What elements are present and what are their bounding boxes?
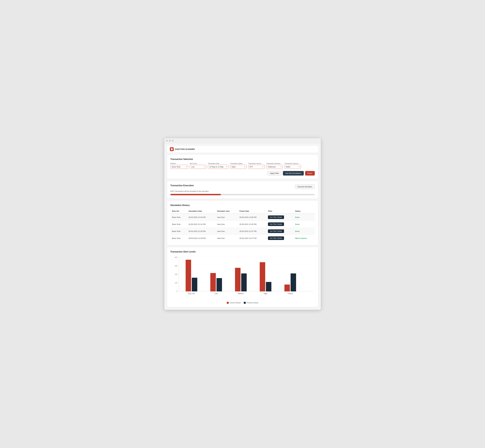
- cell-filter: Get Filter Details: [266, 228, 293, 235]
- ruleset-select[interactable]: Basic Rule Advanced Rule: [170, 165, 188, 169]
- transaction-direction-group: Transaction Direction Outbound Inbound: [266, 163, 283, 169]
- bar-critical-previous: [291, 273, 296, 291]
- transaction-channel-select-wrapper[interactable]: Mobil Online: [284, 165, 301, 169]
- main-content: SANCTION SCANNER Transaction Selection R…: [164, 143, 321, 310]
- get-filter-details-button[interactable]: Get Filter Details: [268, 229, 284, 233]
- legend-previous: Previous Result: [244, 302, 258, 304]
- ruleset-group: RuleSet Basic Rule Advanced Rule: [170, 163, 188, 169]
- transaction-source-select-wrapper[interactable]: EFT Wire: [248, 165, 265, 169]
- svg-text:Very Low: Very Low: [188, 293, 195, 295]
- transaction-direction-select[interactable]: Outbound Inbound: [266, 165, 283, 169]
- cell-rule-set: Basic Rule: [170, 228, 187, 235]
- get-filter-details-button[interactable]: Get Filter Details: [268, 222, 284, 226]
- legend-previous-dot: [244, 302, 246, 304]
- legend-current-dot: [227, 302, 229, 304]
- transaction-status-label: Transaction Status: [230, 163, 247, 164]
- transaction-source-group: Transaction Source EFT Wire: [248, 163, 265, 169]
- get-old-simulations-button[interactable]: Get Old Simulations: [283, 171, 304, 176]
- transaction-selection-card: Transaction Selection RuleSet Basic Rule…: [167, 155, 318, 179]
- ruleset-select-wrapper[interactable]: Basic Rule Advanced Rule: [170, 165, 188, 169]
- app-name: SANCTION SCANNER: [175, 148, 195, 150]
- table-row: Basic Rule 26.05.2023 12:36 PM Jane Doe …: [170, 228, 315, 235]
- cell-simulator-user: Jane Doe: [215, 214, 238, 221]
- transaction-status-select[interactable]: Open Closed: [230, 165, 247, 169]
- chart-title: Transaction Alert Levels: [170, 250, 315, 253]
- alert-level-group: Alert Level Low Medium High: [190, 163, 206, 169]
- progress-bar-fill: [170, 194, 221, 195]
- svg-text:High: High: [264, 293, 267, 295]
- filter-row: RuleSet Basic Rule Advanced Rule Alert L…: [170, 163, 315, 169]
- bar-critical-current: [284, 285, 290, 291]
- transaction-status-select-wrapper[interactable]: Open Closed: [230, 165, 247, 169]
- logo: SANCTION SCANNER: [170, 147, 195, 151]
- chart-card: Transaction Alert Levels 0 100 200 300: [167, 247, 318, 307]
- bar-medium-current: [235, 268, 241, 291]
- transaction-channel-group: Transaction Channel Mobil Online: [284, 163, 301, 169]
- bar-high-previous: [266, 282, 271, 291]
- col-simulator-user: Simulator User: [215, 209, 238, 214]
- transaction-date-label: Transaction Date: [208, 163, 228, 164]
- get-filter-details-button[interactable]: Get Filter Details: [268, 216, 284, 219]
- cell-simulator-user: Jane Doe: [215, 235, 238, 242]
- alert-level-select[interactable]: Low Medium High: [190, 165, 206, 169]
- table-header: Rule Set Simulation Date Simulator User …: [170, 209, 315, 214]
- main-window: SANCTION SCANNER Transaction Selection R…: [164, 138, 321, 310]
- cell-finish-date: 26.05.2023 12:37 PM: [238, 228, 266, 235]
- alert-level-select-wrapper[interactable]: Low Medium High: [190, 165, 206, 169]
- minimize-btn[interactable]: [169, 140, 171, 142]
- transaction-direction-label: Transaction Direction: [266, 163, 283, 164]
- cell-finish-date: 26.05.2023 12:37 PM: [238, 235, 266, 242]
- transaction-date-group: Transaction Date 14 May to 21 May: [208, 163, 228, 169]
- transaction-source-label: Transaction Source: [248, 163, 265, 164]
- legend-current-label: Currens Result: [230, 302, 241, 304]
- cell-finish-date: 26.05.2023 12:45 PM: [238, 221, 266, 228]
- table-row: Basic Rule 26.05.2023 12:53 PM Jane Doe …: [170, 214, 315, 221]
- svg-text:Critical: Critical: [288, 293, 293, 295]
- titlebar: [164, 138, 321, 143]
- svg-text:Medium: Medium: [238, 293, 244, 295]
- cell-filter: Get Filter Details: [266, 235, 293, 242]
- maximize-btn[interactable]: [172, 140, 174, 142]
- cell-status: Done: [293, 228, 315, 235]
- alert-level-label: Alert Level: [190, 163, 206, 164]
- cell-rule-set: Basic Rule: [170, 214, 187, 221]
- cell-status: Wait In Queue: [293, 235, 315, 242]
- svg-text:Low: Low: [214, 293, 218, 295]
- cell-simulator-user: Jane Doe: [215, 221, 238, 228]
- table-body: Basic Rule 26.05.2023 12:53 PM Jane Doe …: [170, 214, 315, 242]
- transaction-channel-select[interactable]: Mobil Online: [284, 165, 301, 169]
- table-row: Basic Rule 26.05.2023 12:36 PM Jane Doe …: [170, 235, 315, 242]
- col-rule-set: Rule Set: [170, 209, 187, 214]
- transaction-date-select-wrapper[interactable]: 14 May to 21 May: [208, 165, 228, 169]
- simulation-history-table: Rule Set Simulation Date Simulator User …: [170, 209, 315, 242]
- transaction-source-select[interactable]: EFT Wire: [248, 165, 265, 169]
- logo-icon: [170, 147, 174, 151]
- simulation-history-title: Simulation History: [170, 204, 315, 207]
- transaction-date-select[interactable]: 14 May to 21 May: [208, 165, 228, 169]
- bar-medium-previous: [241, 273, 247, 291]
- cell-filter: Get Filter Details: [266, 214, 293, 221]
- execute-simulator-button[interactable]: Execute Simulator: [295, 184, 315, 189]
- legend-previous-label: Previous Result: [247, 302, 258, 304]
- cell-simulator-user: Jane Doe: [215, 228, 238, 235]
- header-row: Rule Set Simulation Date Simulator User …: [170, 209, 315, 214]
- transaction-channel-label: Transaction Channel: [284, 163, 301, 164]
- close-btn[interactable]: [166, 140, 168, 142]
- svg-text:400: 400: [175, 256, 177, 258]
- get-filter-details-button[interactable]: Get Filter Details: [268, 236, 284, 240]
- progress-bar-container: [170, 194, 315, 195]
- chart-area: 0 100 200 300 400 Very Low L: [170, 256, 315, 304]
- cell-rule-set: Basic Rule: [170, 235, 187, 242]
- cell-rule-set: Basic Rule: [170, 221, 187, 228]
- bar-very-low-previous: [192, 278, 197, 291]
- cell-simulation-date: 26.05.2023 12:36 PM: [187, 235, 215, 242]
- bar-chart-svg: 0 100 200 300 400 Very Low L: [170, 256, 315, 300]
- apply-filter-button[interactable]: Apply Filter: [267, 171, 282, 176]
- reset-button[interactable]: Reset: [305, 171, 315, 176]
- cell-simulation-date: 26.05.2023 12:36 PM: [187, 228, 215, 235]
- transaction-direction-select-wrapper[interactable]: Outbound Inbound: [266, 165, 283, 169]
- header-bar: SANCTION SCANNER: [167, 146, 318, 152]
- svg-text:300: 300: [175, 265, 177, 267]
- execution-subtitle: 4263 Transactions will be simulated in t…: [170, 190, 315, 192]
- cell-finish-date: 26.05.2023 12:56 PM: [238, 214, 266, 221]
